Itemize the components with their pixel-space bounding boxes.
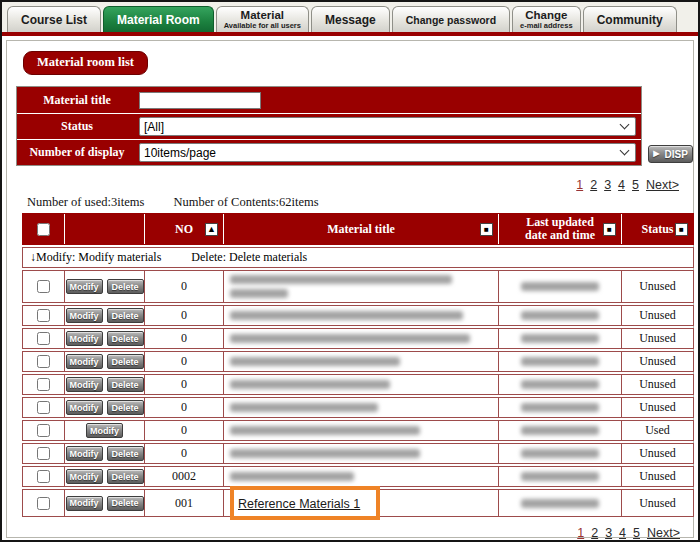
page-link-2[interactable]: 2 bbox=[591, 526, 598, 540]
tab-change-password[interactable]: Change password bbox=[392, 6, 510, 32]
tab-bar: Course ListMaterial RoomMaterialAvailabl… bbox=[2, 2, 698, 32]
row-date-cell bbox=[498, 490, 621, 516]
delete-row-button[interactable]: Delete bbox=[107, 496, 144, 511]
blur-bar bbox=[230, 357, 400, 366]
blur-bar bbox=[230, 289, 288, 298]
tab-material-room[interactable]: Material Room bbox=[103, 6, 214, 32]
page-link-3[interactable]: 3 bbox=[605, 526, 612, 540]
row-no: 0 bbox=[144, 398, 223, 417]
blur-bar redacted-date bbox=[521, 334, 599, 343]
select-all-checkbox[interactable] bbox=[37, 223, 50, 236]
row-checkbox[interactable] bbox=[37, 470, 50, 483]
status-select[interactable]: [All] bbox=[139, 117, 636, 136]
modify-row-button[interactable]: Modify bbox=[66, 446, 103, 461]
delete-row-button[interactable]: Delete bbox=[107, 279, 144, 294]
sort-icon[interactable]: ■ bbox=[603, 223, 616, 236]
delete-row-button[interactable]: Delete bbox=[107, 446, 144, 461]
content-area: Material room list Material title Status… bbox=[6, 40, 694, 538]
page-link-1[interactable]: 1 bbox=[576, 178, 583, 192]
blur-bar redacted-date bbox=[521, 499, 599, 508]
blur-bar bbox=[230, 334, 470, 343]
table-row: ModifyDelete001Reference Materials 1Unus… bbox=[22, 489, 694, 517]
delete-row-button[interactable]: Delete bbox=[107, 377, 144, 392]
row-no: 0 bbox=[144, 444, 223, 463]
row-checkbox[interactable] bbox=[37, 447, 50, 460]
number-of-display-field: 10items/page bbox=[137, 143, 641, 162]
tab-course-list[interactable]: Course List bbox=[7, 6, 101, 32]
modify-row-button[interactable]: Modify bbox=[86, 423, 123, 438]
delete-row-button[interactable]: Delete bbox=[107, 400, 144, 415]
blur-bar bbox=[230, 380, 390, 389]
delete-row-button[interactable]: Delete bbox=[107, 469, 144, 484]
row-checkbox[interactable] bbox=[37, 355, 50, 368]
number-of-contents: Number of Contents:62items bbox=[173, 195, 318, 209]
row-checkbox[interactable] bbox=[37, 332, 50, 345]
next-page-link[interactable]: Next> bbox=[647, 526, 680, 540]
materials-table: NO ▲ Material title ■ Last updated date … bbox=[22, 213, 694, 517]
sort-icon[interactable]: ■ bbox=[675, 223, 688, 236]
number-of-display-select[interactable]: 10items/page bbox=[139, 143, 636, 162]
page-link-5[interactable]: 5 bbox=[633, 526, 640, 540]
row-checkbox[interactable] bbox=[37, 424, 50, 437]
modify-row-button[interactable]: Modify bbox=[66, 279, 103, 294]
page-link-4[interactable]: 4 bbox=[619, 526, 626, 540]
search-form: Material title Status [All] Numb bbox=[16, 86, 642, 166]
sort-asc-icon[interactable]: ▲ bbox=[205, 223, 218, 236]
material-title-input[interactable] bbox=[139, 92, 261, 109]
tab-accent-bar bbox=[2, 32, 698, 36]
tab-message[interactable]: Message bbox=[311, 6, 390, 32]
page-link-2[interactable]: 2 bbox=[590, 178, 597, 192]
delete-row-button[interactable]: Delete bbox=[107, 331, 144, 346]
row-status: Unused bbox=[621, 467, 693, 486]
blur-bar redacted-date bbox=[521, 357, 599, 366]
row-checkbox[interactable] bbox=[37, 378, 50, 391]
row-status: Unused bbox=[621, 306, 693, 325]
redacted-title bbox=[230, 470, 354, 483]
table-row: ModifyDelete0Unused bbox=[22, 305, 694, 326]
row-checkbox-cell bbox=[23, 398, 64, 417]
page-link-1[interactable]: 1 bbox=[577, 526, 584, 540]
disp-button[interactable]: ▶DISP bbox=[648, 145, 693, 163]
modify-row-button[interactable]: Modify bbox=[66, 354, 103, 369]
modify-row-button[interactable]: Modify bbox=[66, 400, 103, 415]
row-title-cell bbox=[223, 352, 498, 371]
row-checkbox[interactable] bbox=[37, 497, 50, 510]
modify-row-button[interactable]: Modify bbox=[66, 496, 103, 511]
blur-bar bbox=[230, 311, 463, 320]
next-page-link[interactable]: Next> bbox=[646, 178, 679, 192]
row-actions: Modify bbox=[64, 421, 144, 440]
row-checkbox[interactable] bbox=[37, 309, 50, 322]
row-actions: ModifyDelete bbox=[64, 467, 144, 486]
material-title-link[interactable]: Reference Materials 1 bbox=[238, 497, 360, 511]
delete-row-button[interactable]: Delete bbox=[107, 308, 144, 323]
tab-material[interactable]: MaterialAvailable for all users bbox=[216, 6, 309, 32]
redacted-title bbox=[230, 309, 463, 322]
row-checkbox[interactable] bbox=[37, 280, 50, 293]
row-checkbox-cell bbox=[23, 271, 64, 302]
material-room-page: Course ListMaterial RoomMaterialAvailabl… bbox=[0, 0, 700, 542]
tab-community[interactable]: Community bbox=[583, 6, 677, 32]
table-row: Modify0Used bbox=[22, 420, 694, 441]
tab-label: Material bbox=[241, 10, 284, 21]
row-actions: ModifyDelete bbox=[64, 490, 144, 516]
table-body: ModifyDelete0UnusedModifyDelete0UnusedMo… bbox=[22, 270, 694, 517]
modify-row-button[interactable]: Modify bbox=[66, 331, 103, 346]
row-checkbox[interactable] bbox=[37, 401, 50, 414]
sort-icon[interactable]: ■ bbox=[480, 223, 493, 236]
delete-row-button[interactable]: Delete bbox=[107, 354, 144, 369]
tab-label: Change bbox=[525, 10, 567, 21]
modify-row-button[interactable]: Modify bbox=[66, 377, 103, 392]
status-select-value: [All] bbox=[144, 120, 164, 134]
page-link-4[interactable]: 4 bbox=[618, 178, 625, 192]
row-title-cell bbox=[223, 467, 498, 486]
header-actions-cell bbox=[64, 214, 144, 244]
row-checkbox-cell bbox=[23, 306, 64, 325]
row-checkbox-cell bbox=[23, 490, 64, 516]
redacted-title bbox=[230, 378, 390, 391]
page-link-3[interactable]: 3 bbox=[604, 178, 611, 192]
modify-row-button[interactable]: Modify bbox=[66, 308, 103, 323]
page-link-5[interactable]: 5 bbox=[632, 178, 639, 192]
modify-row-button[interactable]: Modify bbox=[66, 469, 103, 484]
tab-change[interactable]: Changee-mail address bbox=[512, 6, 581, 32]
blur-bar redacted-date bbox=[521, 282, 599, 291]
